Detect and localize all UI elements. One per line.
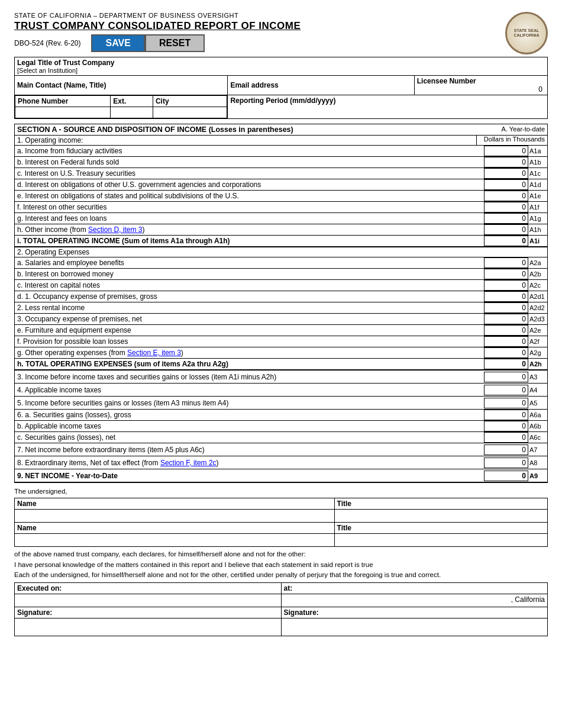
a6a-code: A6a [528,411,547,418]
a4-input[interactable] [484,385,528,395]
city-input[interactable] [153,107,227,118]
a2d2-label: 2. Less rental income [15,303,484,313]
a2d1-label: d. 1. Occupancy expense of premises, gro… [15,292,484,301]
a1a-label: a. Income from fiduciary activities [15,146,484,156]
a4-code: A4 [528,386,547,394]
a2e-label: e. Furniture and equipment expense [15,326,484,335]
a2d2-code: A2d2 [528,304,547,311]
institution-select[interactable]: [Select an Institution] [17,67,545,74]
a2c-input[interactable] [484,280,528,291]
a2d1-input[interactable] [484,291,528,302]
a1f-label: f. Interest on other securities [15,202,484,212]
a3-input[interactable] [484,372,528,382]
a1d-input[interactable] [484,179,528,190]
sig2-input[interactable] [281,619,548,636]
phone-input[interactable] [15,107,111,118]
a5-input[interactable] [484,398,528,408]
sig2-label: Signature: [281,607,548,619]
a8-input[interactable] [484,458,528,468]
a1b-input[interactable] [484,157,528,167]
a6b-input[interactable] [484,421,528,431]
a6c-code: A6c [528,434,547,441]
a2c-label: c. Interest on capital notes [15,281,484,290]
a4-label: 4. Applicable income taxes [15,385,484,395]
a2g-label: g. Other operating expenses (from Sectio… [15,348,484,357]
a1c-label: c. Interest on U.S. Treasury securities [15,169,484,178]
a2d3-code: A2d3 [528,315,547,323]
a2d3-label: 3. Occupancy expense of premises, net [15,314,484,324]
licensee-value[interactable]: 0 [417,85,545,94]
a7-input[interactable] [484,444,528,455]
a2f-code: A2f [528,338,547,345]
a2b-code: A2b [528,270,547,278]
reset-button[interactable]: RESET [145,34,205,52]
contact-label: Main Contact (Name, Title) [15,76,228,95]
a2d3-input[interactable] [484,314,528,324]
a2h-code: A2h [528,360,547,368]
a2e-input[interactable] [484,325,528,336]
a9-value: 0 [484,471,528,481]
title1-input[interactable] [334,510,547,523]
a1f-input[interactable] [484,202,528,212]
email-label: Email address [228,76,414,95]
a2f-input[interactable] [484,336,528,347]
title2-label: Title [334,523,547,534]
section-f-link[interactable]: Section F, item 2c [160,459,217,467]
thousands-label: Dollars in Thousands [476,136,547,145]
a1e-input[interactable] [484,191,528,201]
title2-input[interactable] [334,534,547,547]
section-d-link[interactable]: Section D, item 3 [88,226,142,234]
a1b-code: A1b [528,159,547,166]
legal-title-label: Legal Title of Trust Company [17,59,545,67]
a1g-label: g. Interest and fees on loans [15,214,484,223]
section-a-header: SECTION A - SOURCE AND DISPOSITION OF IN… [17,125,474,134]
sig1-input[interactable] [15,619,282,636]
a2b-input[interactable] [484,269,528,279]
a1d-label: d. Interest on obligations of other U.S.… [15,180,484,189]
save-button[interactable]: SAVE [91,34,144,52]
a2h-value: 0 [484,359,528,369]
a1i-code: A1i [528,237,547,244]
reporting-period-label: Reporting Period (mm/dd/yyyy) [228,95,548,119]
a1g-input[interactable] [484,213,528,224]
a2a-input[interactable] [484,257,528,268]
a6a-input[interactable] [484,410,528,420]
a6c-label: c. Securities gains (losses), net [15,433,484,442]
city-label: City [153,96,227,107]
perjury-text: Each of the undersigned, for himself/her… [14,570,548,580]
a1e-code: A1e [528,192,547,199]
a1c-input[interactable] [484,168,528,179]
a6c-input[interactable] [484,432,528,443]
a8-label: 8. Extraordinary items, Net of tax effec… [15,458,484,468]
a2e-code: A2e [528,327,547,334]
a9-label: 9. NET INCOME - Year-to-Date [15,471,484,481]
a1c-code: A1c [528,170,547,177]
a2g-input[interactable] [484,347,528,358]
a6b-code: A6b [528,423,547,430]
declaration-text: of the above named trust company, each d… [14,549,548,559]
a1a-input[interactable] [484,146,528,156]
ext-input[interactable] [111,107,153,118]
a7-code: A7 [528,446,547,453]
section-e-link[interactable]: Section E, item 3 [127,349,181,357]
a2b-label: b. Interest on borrowed money [15,269,484,279]
name1-input[interactable] [15,510,335,523]
executed-input[interactable] [15,594,282,607]
agency-text: STATE OF CALIFORNIA – DEPARTMENT OF BUSI… [14,12,505,19]
a2a-code: A2a [528,259,547,266]
at-value: , California [281,594,548,607]
a2g-code: A2g [528,349,547,356]
state-seal: STATE SEALCALIFORNIA [505,12,548,54]
a1h-input[interactable] [484,224,528,235]
sig1-label: Signature: [15,607,282,619]
name1-label: Name [15,498,335,510]
a5-code: A5 [528,400,547,407]
at-label: at: [281,583,548,594]
name2-input[interactable] [15,534,335,547]
a6a-label: 6. a. Securities gains (losses), gross [15,410,484,420]
form-number: DBO-524 (Rev. 6-20) [14,39,80,47]
executed-label: Executed on: [15,583,282,594]
a2d2-input[interactable] [484,302,528,313]
a7-label: 7. Net income before extraordinary items… [15,444,484,455]
licensee-label: Licensee Number [417,77,545,85]
